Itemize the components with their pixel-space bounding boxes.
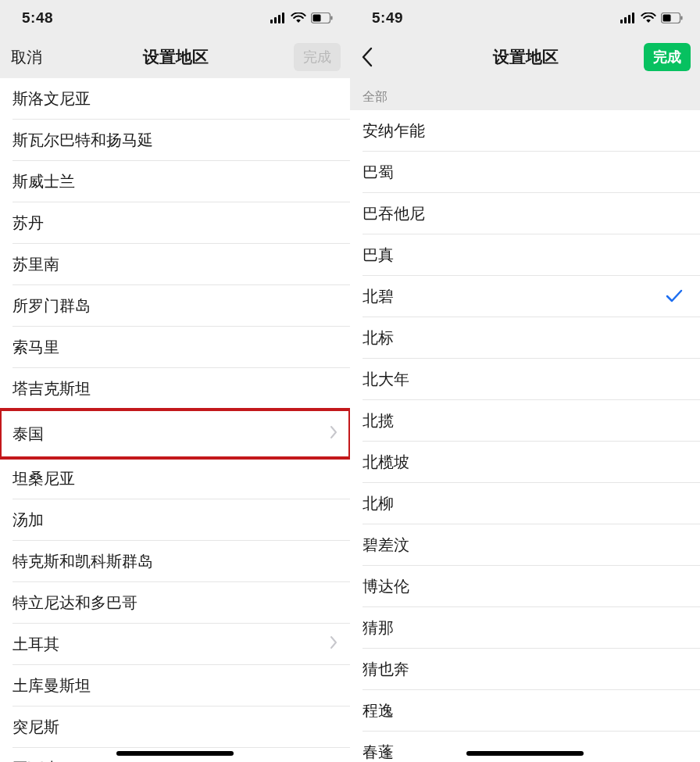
nav-right: 完成 bbox=[278, 43, 341, 71]
list-item[interactable]: 斯瓦尔巴特和扬马延 bbox=[0, 120, 350, 161]
svg-rect-7 bbox=[620, 20, 623, 23]
list-item-label: 土耳其 bbox=[12, 634, 59, 655]
list-item[interactable]: 苏里南 bbox=[0, 244, 350, 285]
list-item-label: 巴吞他尼 bbox=[362, 203, 425, 224]
list-item-label: 斯洛文尼亚 bbox=[12, 88, 91, 109]
list-item-label: 特立尼达和多巴哥 bbox=[12, 592, 138, 614]
wifi-icon bbox=[641, 13, 656, 23]
list-item-label: 北揽 bbox=[362, 410, 394, 431]
list-item-label: 图瓦卢 bbox=[12, 758, 59, 762]
list-item[interactable]: 北揽 bbox=[350, 400, 700, 442]
cellular-icon bbox=[270, 13, 286, 23]
chevron-right-icon bbox=[330, 425, 338, 443]
list-item-label: 苏丹 bbox=[12, 213, 44, 234]
list-item-label: 北大年 bbox=[362, 369, 409, 390]
province-list[interactable]: 安纳乍能巴蜀巴吞他尼巴真北碧北标北大年北揽北榄坡北柳碧差汶博达伦猜那猜也奔程逸春… bbox=[350, 110, 700, 762]
battery-icon bbox=[311, 13, 333, 23]
list-item-label: 汤加 bbox=[12, 510, 44, 531]
svg-rect-12 bbox=[663, 15, 671, 22]
list-item[interactable]: 猜那 bbox=[350, 607, 700, 649]
list-item[interactable]: 巴吞他尼 bbox=[350, 193, 700, 234]
list-item[interactable]: 猜也奔 bbox=[350, 649, 700, 690]
list-item[interactable]: 春蓬 bbox=[350, 732, 700, 762]
list-item-label: 突尼斯 bbox=[12, 717, 59, 738]
svg-rect-8 bbox=[624, 17, 627, 23]
back-button[interactable] bbox=[361, 47, 423, 67]
done-button[interactable]: 完成 bbox=[644, 43, 691, 71]
list-item[interactable]: 安纳乍能 bbox=[350, 110, 700, 152]
list-item[interactable]: 巴真 bbox=[350, 234, 700, 276]
list-item[interactable]: 北榄坡 bbox=[350, 442, 700, 483]
list-item[interactable]: 苏丹 bbox=[0, 202, 350, 244]
nav-title: 设置地区 bbox=[423, 46, 628, 68]
list-item-label: 坦桑尼亚 bbox=[12, 468, 75, 489]
svg-rect-13 bbox=[681, 16, 683, 20]
svg-rect-2 bbox=[278, 15, 280, 23]
left-phone: 5:48 取消 设置地区 完成 斯洛文尼亚斯瓦尔巴特和扬马延斯威士兰苏丹苏里南所… bbox=[0, 0, 350, 762]
list-item-label: 北标 bbox=[362, 327, 394, 349]
list-item[interactable]: 索马里 bbox=[0, 327, 350, 368]
list-item[interactable]: 土库曼斯坦 bbox=[0, 665, 350, 707]
list-item[interactable]: 斯威士兰 bbox=[0, 161, 350, 202]
country-list[interactable]: 斯洛文尼亚斯瓦尔巴特和扬马延斯威士兰苏丹苏里南所罗门群岛索马里塔吉克斯坦泰国坦桑… bbox=[0, 78, 350, 762]
svg-rect-3 bbox=[282, 13, 284, 23]
list-item[interactable]: 特克斯和凯科斯群岛 bbox=[0, 541, 350, 582]
nav-right: 完成 bbox=[628, 43, 691, 71]
list-item-label: 斯威士兰 bbox=[12, 171, 75, 192]
nav-left: 取消 bbox=[11, 47, 73, 68]
svg-rect-5 bbox=[313, 15, 321, 22]
list-item[interactable]: 突尼斯 bbox=[0, 707, 350, 748]
list-item[interactable]: 塔吉克斯坦 bbox=[0, 368, 350, 410]
right-phone: 5:49 设置地区 完成 全部 安纳乍能巴蜀巴吞他尼巴真北碧北标北大年北揽北榄坡… bbox=[350, 0, 700, 762]
list-item-label: 碧差汶 bbox=[362, 535, 409, 556]
list-item[interactable]: 所罗门群岛 bbox=[0, 285, 350, 327]
list-item[interactable]: 坦桑尼亚 bbox=[0, 458, 350, 499]
list-item[interactable]: 博达伦 bbox=[350, 566, 700, 607]
list-item[interactable]: 碧差汶 bbox=[350, 524, 700, 566]
list-item-label: 北榄坡 bbox=[362, 452, 409, 473]
done-button-disabled: 完成 bbox=[294, 43, 341, 71]
list-item[interactable]: 巴蜀 bbox=[350, 152, 700, 193]
status-bar: 5:48 bbox=[0, 0, 350, 36]
status-icons bbox=[620, 13, 683, 23]
list-item-label: 巴真 bbox=[362, 245, 394, 266]
cancel-button[interactable]: 取消 bbox=[11, 47, 42, 68]
list-item[interactable]: 土耳其 bbox=[0, 624, 350, 665]
nav-bar: 设置地区 完成 bbox=[350, 36, 700, 78]
list-item[interactable]: 北大年 bbox=[350, 359, 700, 400]
status-bar: 5:49 bbox=[350, 0, 700, 36]
list-item-label: 塔吉克斯坦 bbox=[12, 378, 91, 399]
svg-rect-1 bbox=[274, 17, 277, 23]
svg-rect-6 bbox=[331, 16, 333, 20]
battery-icon bbox=[661, 13, 683, 23]
list-item-label: 斯瓦尔巴特和扬马延 bbox=[12, 130, 153, 151]
list-item-label: 北柳 bbox=[362, 493, 394, 514]
chevron-left-icon bbox=[361, 47, 373, 67]
list-item-label: 安纳乍能 bbox=[362, 120, 425, 141]
section-header: 全部 bbox=[350, 78, 700, 110]
list-item[interactable]: 特立尼达和多巴哥 bbox=[0, 582, 350, 624]
list-item-label: 猜那 bbox=[362, 617, 394, 639]
list-item-label: 程逸 bbox=[362, 700, 394, 721]
status-time: 5:48 bbox=[22, 9, 53, 27]
list-item-label: 土库曼斯坦 bbox=[12, 675, 91, 696]
list-item[interactable]: 泰国 bbox=[0, 410, 350, 458]
list-item[interactable]: 汤加 bbox=[0, 499, 350, 541]
list-item[interactable]: 北标 bbox=[350, 317, 700, 359]
nav-bar: 取消 设置地区 完成 bbox=[0, 36, 350, 78]
list-item-label: 春蓬 bbox=[362, 742, 394, 762]
list-item[interactable]: 斯洛文尼亚 bbox=[0, 78, 350, 120]
home-indicator[interactable] bbox=[466, 751, 584, 756]
list-item-label: 特克斯和凯科斯群岛 bbox=[12, 551, 153, 572]
chevron-right-icon bbox=[330, 635, 338, 653]
status-time: 5:49 bbox=[372, 9, 403, 27]
list-item[interactable]: 程逸 bbox=[350, 690, 700, 732]
list-item[interactable]: 北柳 bbox=[350, 483, 700, 524]
list-item-label: 苏里南 bbox=[12, 254, 59, 275]
home-indicator[interactable] bbox=[116, 751, 234, 756]
list-item-label: 所罗门群岛 bbox=[12, 295, 91, 317]
svg-rect-10 bbox=[632, 13, 634, 23]
list-item-label: 猜也奔 bbox=[362, 659, 409, 680]
list-item[interactable]: 北碧 bbox=[350, 276, 700, 317]
list-item-label: 巴蜀 bbox=[362, 162, 394, 183]
